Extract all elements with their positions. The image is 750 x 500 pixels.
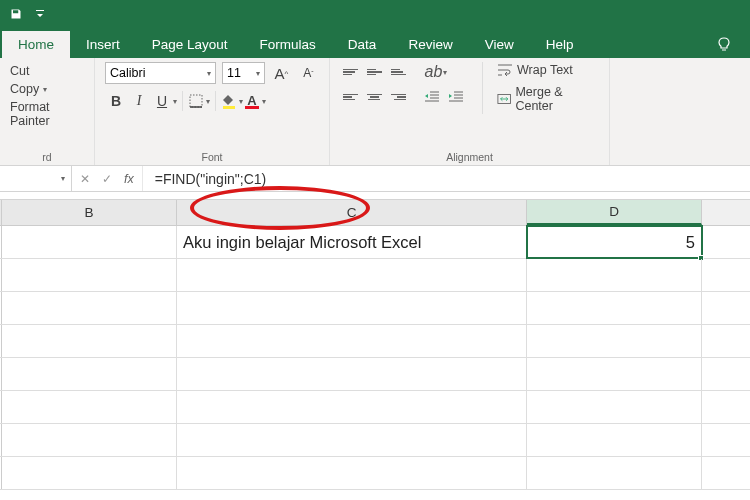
- cell-C2[interactable]: [177, 259, 527, 291]
- cell-D1[interactable]: 5: [527, 226, 702, 258]
- worksheet: B C D Aku ingin belajar Microsoft Excel …: [0, 192, 750, 490]
- svg-rect-2: [223, 106, 235, 109]
- align-left-button[interactable]: [340, 87, 360, 107]
- cell-D2[interactable]: [527, 259, 702, 291]
- border-button[interactable]: ▾: [188, 93, 210, 109]
- save-icon[interactable]: [6, 4, 26, 24]
- align-bottom-button[interactable]: [388, 62, 408, 82]
- tab-page-layout[interactable]: Page Layout: [136, 31, 244, 58]
- cell-D6[interactable]: [527, 391, 702, 423]
- column-headers: B C D: [0, 200, 750, 226]
- row-5: [0, 358, 750, 391]
- column-header-B[interactable]: B: [2, 200, 177, 225]
- tab-view[interactable]: View: [469, 31, 530, 58]
- cell-B5[interactable]: [2, 358, 177, 390]
- cell-B3[interactable]: [2, 292, 177, 324]
- cell-B4[interactable]: [2, 325, 177, 357]
- tab-help[interactable]: Help: [530, 31, 590, 58]
- copy-button[interactable]: Copy ▾: [10, 80, 84, 98]
- font-size-select[interactable]: 11▾: [222, 62, 265, 84]
- ribbon: Cut Copy ▾ Format Painter rd Calibri▾ 11…: [0, 58, 750, 166]
- name-box[interactable]: ▾: [0, 166, 72, 191]
- insert-function-button[interactable]: fx: [124, 172, 134, 186]
- format-painter-button[interactable]: Format Painter: [10, 98, 84, 130]
- cell-C4[interactable]: [177, 325, 527, 357]
- decrease-indent-button[interactable]: [422, 87, 442, 107]
- wrap-text-button[interactable]: Wrap Text: [493, 62, 599, 78]
- row-8: [0, 457, 750, 490]
- underline-button[interactable]: U: [151, 90, 173, 112]
- alignment-group-label: Alignment: [330, 151, 609, 163]
- shrink-font-button[interactable]: Aˇ: [298, 62, 319, 84]
- increase-indent-button[interactable]: [446, 87, 466, 107]
- cell-D4[interactable]: [527, 325, 702, 357]
- tab-insert[interactable]: Insert: [70, 31, 136, 58]
- cell-D3[interactable]: [527, 292, 702, 324]
- bold-button[interactable]: B: [105, 90, 127, 112]
- clipboard-label: rd: [0, 151, 94, 163]
- clipboard-group: Cut Copy ▾ Format Painter rd: [0, 58, 95, 165]
- cell-C3[interactable]: [177, 292, 527, 324]
- cell-B7[interactable]: [2, 424, 177, 456]
- alignment-group: ab▾ Wrap Text Merge & Ce: [330, 58, 610, 165]
- formula-input[interactable]: =FIND("ingin";C1): [143, 171, 750, 187]
- cell-B2[interactable]: [2, 259, 177, 291]
- row-3: [0, 292, 750, 325]
- row-6: [0, 391, 750, 424]
- cell-C5[interactable]: [177, 358, 527, 390]
- cell-D5[interactable]: [527, 358, 702, 390]
- grow-font-button[interactable]: A^: [271, 62, 292, 84]
- tab-review[interactable]: Review: [392, 31, 468, 58]
- italic-button[interactable]: I: [128, 90, 150, 112]
- cell-D8[interactable]: [527, 457, 702, 489]
- cut-button[interactable]: Cut: [10, 62, 84, 80]
- merge-center-button[interactable]: Merge & Center: [493, 84, 599, 114]
- row-2: [0, 259, 750, 292]
- column-header-C[interactable]: C: [177, 200, 527, 225]
- font-group-label: Font: [95, 151, 329, 163]
- tell-me-icon[interactable]: [706, 30, 742, 58]
- cell-C6[interactable]: [177, 391, 527, 423]
- font-color-button[interactable]: A ▾: [244, 93, 266, 109]
- cell-B1[interactable]: [2, 226, 177, 258]
- row-7: [0, 424, 750, 457]
- fill-color-button[interactable]: ▾: [221, 93, 243, 109]
- font-group: Calibri▾ 11▾ A^ Aˇ B I U ▾ ▾ ▾: [95, 58, 330, 165]
- tab-home[interactable]: Home: [2, 31, 70, 58]
- align-right-button[interactable]: [388, 87, 408, 107]
- cancel-formula-button[interactable]: ✕: [80, 172, 90, 186]
- column-header-D[interactable]: D: [527, 200, 702, 225]
- tab-formulas[interactable]: Formulas: [244, 31, 332, 58]
- title-bar: [0, 0, 750, 28]
- orientation-button[interactable]: ab▾: [426, 62, 446, 82]
- cell-B6[interactable]: [2, 391, 177, 423]
- ribbon-tabs: Home Insert Page Layout Formulas Data Re…: [0, 28, 750, 58]
- enter-formula-button[interactable]: ✓: [102, 172, 112, 186]
- tab-data[interactable]: Data: [332, 31, 393, 58]
- qat-customize-icon[interactable]: [30, 4, 50, 24]
- align-middle-button[interactable]: [364, 62, 384, 82]
- align-top-button[interactable]: [340, 62, 360, 82]
- cell-C1[interactable]: Aku ingin belajar Microsoft Excel: [177, 226, 527, 258]
- cell-D7[interactable]: [527, 424, 702, 456]
- cell-C7[interactable]: [177, 424, 527, 456]
- row-1: Aku ingin belajar Microsoft Excel 5: [0, 226, 750, 259]
- formula-bar: ▾ ✕ ✓ fx =FIND("ingin";C1): [0, 166, 750, 192]
- align-center-button[interactable]: [364, 87, 384, 107]
- cell-C8[interactable]: [177, 457, 527, 489]
- font-name-select[interactable]: Calibri▾: [105, 62, 216, 84]
- cell-B8[interactable]: [2, 457, 177, 489]
- row-4: [0, 325, 750, 358]
- svg-rect-0: [190, 95, 202, 107]
